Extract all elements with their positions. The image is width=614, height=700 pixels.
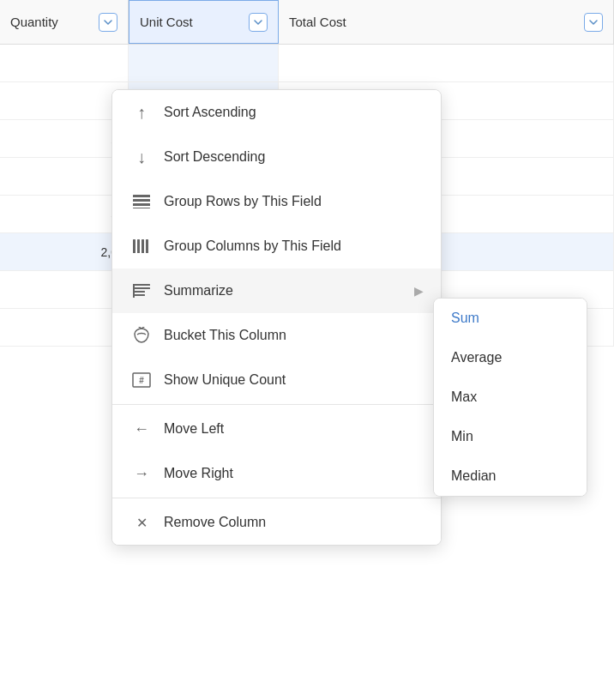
unique-count-icon: #: [129, 370, 154, 390]
svg-rect-12: [133, 284, 135, 298]
svg-rect-7: [146, 239, 148, 253]
move-right-label: Move Right: [164, 466, 233, 481]
unit-cost-dropdown-btn[interactable]: [249, 13, 268, 32]
quantity-cell: [0, 45, 129, 81]
menu-divider: [112, 404, 441, 405]
max-item[interactable]: Max: [434, 377, 587, 417]
remove-column-item[interactable]: ✕ Remove Column: [112, 500, 441, 545]
group-columns-icon: [129, 236, 154, 256]
unit-cost-column-header[interactable]: Unit Cost: [129, 0, 279, 44]
quantity-cell: [0, 271, 129, 308]
move-left-label: Move Left: [164, 421, 224, 437]
sort-ascending-label: Sort Ascending: [164, 105, 256, 120]
svg-rect-2: [133, 203, 150, 206]
group-rows-label: Group Rows by This Field: [164, 194, 322, 209]
quantity-cell: [0, 158, 129, 195]
quantity-label: Quantity: [10, 15, 58, 29]
quantity-cell: [0, 309, 129, 346]
total-cost-dropdown-btn[interactable]: [584, 13, 603, 32]
group-rows-icon: [129, 191, 154, 212]
move-left-item[interactable]: ← Move Left: [112, 407, 441, 451]
unit-cost-label: Unit Cost: [140, 15, 193, 29]
move-right-icon: →: [129, 463, 154, 484]
svg-rect-0: [133, 195, 150, 197]
average-item[interactable]: Average: [434, 338, 587, 377]
median-label: Median: [451, 468, 496, 484]
sort-descending-item[interactable]: ↓ Sort Descending: [112, 135, 441, 179]
svg-text:#: #: [139, 376, 144, 385]
sum-label: Sum: [451, 311, 479, 326]
svg-rect-9: [133, 287, 150, 289]
total-cost-column-header[interactable]: Total Cost: [279, 0, 614, 44]
bucket-label: Bucket This Column: [164, 328, 286, 343]
group-columns-item[interactable]: Group Columns by This Field: [112, 224, 441, 269]
sort-desc-icon: ↓: [129, 147, 154, 167]
table-row: [0, 45, 614, 82]
unique-count-item[interactable]: # Show Unique Count: [112, 358, 441, 402]
quantity-cell: 2: [0, 120, 129, 157]
column-context-menu: ↑ Sort Ascending ↓ Sort Descending Group…: [111, 89, 442, 546]
move-left-icon: ←: [129, 419, 154, 439]
menu-divider-2: [112, 498, 441, 498]
submenu-arrow-icon: ▶: [414, 284, 424, 298]
total-cost-label: Total Cost: [289, 15, 346, 29]
svg-rect-3: [133, 208, 150, 208]
summarize-label: Summarize: [164, 283, 233, 299]
average-label: Average: [451, 350, 502, 365]
move-right-item[interactable]: → Move Right: [112, 451, 441, 496]
max-label: Max: [451, 389, 477, 405]
svg-rect-4: [133, 239, 135, 253]
svg-rect-5: [137, 239, 140, 253]
svg-rect-8: [133, 284, 150, 286]
quantity-cell: 5: [0, 196, 129, 232]
min-label: Min: [451, 429, 473, 444]
summarize-submenu: Sum Average Max Min Median: [433, 298, 587, 497]
min-item[interactable]: Min: [434, 417, 587, 456]
table-body: 2 5 2,0 ↑ Sort Ascending: [0, 45, 614, 700]
quantity-cell: [0, 82, 129, 119]
median-item[interactable]: Median: [434, 456, 587, 496]
remove-icon: ✕: [129, 512, 154, 533]
bucket-icon: [129, 325, 154, 346]
quantity-cell: 2,0: [0, 233, 129, 270]
total-cost-cell: [279, 45, 614, 81]
group-rows-item[interactable]: Group Rows by This Field: [112, 179, 441, 224]
group-columns-label: Group Columns by This Field: [164, 238, 341, 254]
summarize-item[interactable]: Summarize ▶: [112, 269, 441, 313]
sum-item[interactable]: Sum: [434, 299, 587, 338]
sort-descending-label: Sort Descending: [164, 149, 265, 165]
table-header: Quantity Unit Cost Total Cost: [0, 0, 614, 45]
sort-ascending-item[interactable]: ↑ Sort Ascending: [112, 90, 441, 135]
svg-rect-1: [133, 199, 150, 202]
sort-asc-icon: ↑: [129, 102, 154, 123]
svg-rect-11: [133, 294, 145, 296]
svg-rect-6: [141, 239, 144, 253]
summarize-icon: [129, 281, 154, 301]
unit-cost-cell: [129, 45, 279, 81]
quantity-dropdown-btn[interactable]: [99, 13, 117, 32]
svg-rect-10: [133, 291, 145, 293]
remove-column-label: Remove Column: [164, 515, 266, 530]
unique-count-label: Show Unique Count: [164, 372, 286, 388]
quantity-column-header[interactable]: Quantity: [0, 0, 129, 44]
bucket-item[interactable]: Bucket This Column: [112, 313, 441, 358]
